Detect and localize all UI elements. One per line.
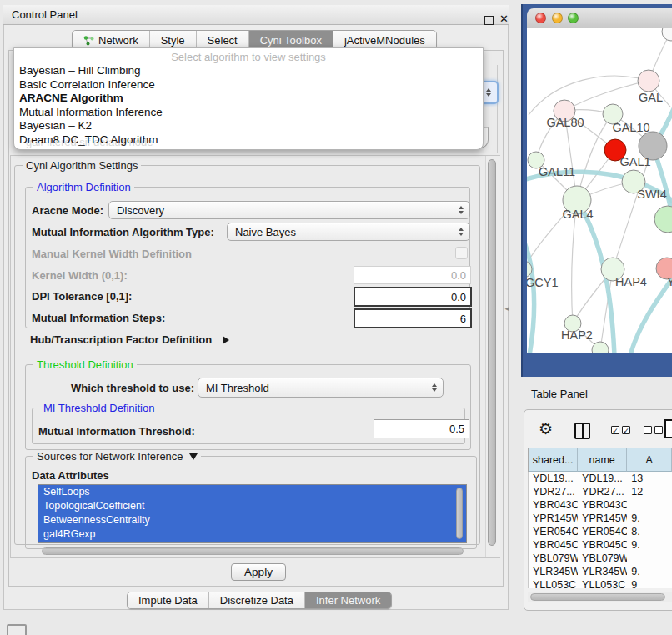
tab-select[interactable]: Select xyxy=(196,31,248,49)
network-node[interactable] xyxy=(592,342,609,352)
close-traffic-light-icon[interactable] xyxy=(535,12,546,23)
table-row[interactable]: YBR045CYBR045C9. xyxy=(529,538,672,552)
group-border-fragment xyxy=(497,65,498,153)
table-cell: 9. xyxy=(627,512,672,525)
tab-network[interactable]: Network xyxy=(73,31,149,49)
mi-threshold-value: 0.5 xyxy=(449,422,464,435)
network-edge-highlighted[interactable] xyxy=(527,233,534,352)
tab-label: jActiveMNodules xyxy=(344,34,425,47)
columns-icon[interactable] xyxy=(574,422,590,439)
data-attribute-item[interactable]: TopologicalCoefficient xyxy=(38,499,466,513)
network-canvas[interactable]: GALGAL80GAL10GAL1GAL11SWI4GAL4GCY1HAP4YH… xyxy=(527,28,672,352)
network-node[interactable] xyxy=(662,28,672,41)
sources-group-title-row[interactable]: Sources for Network Inference xyxy=(33,450,201,462)
table-cell: 8. xyxy=(627,525,672,538)
float-window-icon[interactable] xyxy=(484,16,494,25)
table-row[interactable]: YBL079WYBL079W xyxy=(529,552,672,565)
splitter-handle-icon[interactable]: ◄ xyxy=(504,305,509,312)
tab-jactivemnodules[interactable]: jActiveMNodules xyxy=(333,31,436,49)
control-panel-title: Control Panel xyxy=(12,8,78,21)
table-row[interactable]: YLL053CYLL053C9 xyxy=(529,578,672,588)
tab-cyni-toolbox[interactable]: Cyni Toolbox xyxy=(248,31,333,49)
table-column-header[interactable]: A xyxy=(627,448,672,472)
network-window-titlebar[interactable] xyxy=(527,8,672,28)
deselect-all-columns-icon[interactable] xyxy=(644,426,663,434)
algorithm-item[interactable]: Mutual Information Inference xyxy=(19,106,478,120)
export-table-icon[interactable] xyxy=(664,419,672,438)
mi-threshold-field[interactable]: 0.5 xyxy=(374,419,469,438)
tab-style[interactable]: Style xyxy=(149,31,196,49)
network-node-label: HAP2 xyxy=(561,328,593,342)
bottom-tabs: Impute DataDiscretize DataInfer Network xyxy=(127,592,392,609)
aracne-mode-combo[interactable]: Discovery xyxy=(108,201,470,219)
table-cell: YBR043C xyxy=(529,498,578,512)
table-cell: YLL053C xyxy=(529,578,578,588)
minimize-traffic-light-icon[interactable] xyxy=(552,12,563,23)
table-column-header[interactable]: name xyxy=(578,448,627,472)
minimized-panel-icon[interactable] xyxy=(7,624,27,635)
control-panel-titlebar[interactable]: Control Panel ✕ xyxy=(3,5,509,25)
table-cell: YPR145W xyxy=(578,512,627,525)
table-row[interactable]: YLR345WYLR345W9. xyxy=(529,565,672,578)
bottom-tab-discretize-data[interactable]: Discretize Data xyxy=(208,592,304,608)
data-attribute-item[interactable]: BetweennessCentrality xyxy=(38,513,466,528)
algorithm-item[interactable]: Basic Correlation Inference xyxy=(19,78,478,92)
data-attribute-item[interactable]: SelfLoops xyxy=(38,485,466,499)
screen: Control Panel ✕ NetworkStyleSelectCyni T… xyxy=(0,0,672,635)
close-icon[interactable]: ✕ xyxy=(499,12,509,25)
table-row[interactable]: YDR27...YDR27...12 xyxy=(529,485,672,498)
gear-icon[interactable]: ⚙ xyxy=(539,419,553,438)
which-threshold-combo[interactable]: MI Threshold xyxy=(198,378,444,398)
bottom-tab-infer-network[interactable]: Infer Network xyxy=(304,592,391,608)
network-node[interactable] xyxy=(654,206,672,232)
table-horizontal-scrollbar-thumb[interactable] xyxy=(530,593,665,601)
table-cell: YBR045C xyxy=(529,538,578,552)
mi-algorithm-type-value: Naive Bayes xyxy=(235,226,296,238)
table-cell: YER054C xyxy=(578,525,627,538)
table-row[interactable]: YER054CYER054C8. xyxy=(529,525,672,538)
hub-definition-expander[interactable]: Hub/Transcription Factor Definition xyxy=(30,332,229,347)
table-rows: YDL19...YDL19...13YDR27...YDR27...12YBR0… xyxy=(528,472,672,588)
table-row[interactable]: YPR145WYPR145W9. xyxy=(529,512,672,525)
dpi-tolerance-field[interactable]: 0.0 xyxy=(354,287,472,307)
algorithm-item[interactable]: Bayesian – Hill Climbing xyxy=(19,64,478,78)
data-attributes-list[interactable]: SelfLoopsTopologicalCoefficientBetweenne… xyxy=(38,484,467,543)
network-node-label: GAL1 xyxy=(619,155,650,168)
table-column-header[interactable]: shared... xyxy=(529,448,578,472)
network-edge[interactable] xyxy=(529,76,649,115)
table-cell: YER054C xyxy=(529,525,578,538)
algorithm-dropdown[interactable]: Select algorithm to view settings galFil… xyxy=(13,48,484,150)
algorithm-item[interactable]: ARACNE Algorithm xyxy=(19,92,478,106)
select-all-columns-icon[interactable]: ✓✓ xyxy=(611,426,630,434)
table-cell: YLL053C xyxy=(578,578,627,588)
kernel-width-field[interactable]: 0.0 xyxy=(354,266,471,284)
table-cell: YBR045C xyxy=(578,538,627,552)
table-cell: YPR145W xyxy=(529,512,578,525)
data-attribute-item[interactable]: gal4RGexp xyxy=(38,528,466,542)
network-node[interactable] xyxy=(638,70,659,92)
manual-kernel-width-checkbox[interactable] xyxy=(455,247,468,259)
kernel-width-value: 0.0 xyxy=(451,269,466,282)
apply-button[interactable]: Apply xyxy=(231,563,286,581)
manual-kernel-width-label: Manual Kernel Width Definition xyxy=(32,248,192,260)
settings-vertical-scrollbar-thumb[interactable] xyxy=(488,159,496,546)
zoom-traffic-light-icon[interactable] xyxy=(568,12,579,23)
network-node-label: Y xyxy=(667,275,672,288)
algorithm-item[interactable]: Dream8 DC_TDC Algorithm xyxy=(19,133,478,148)
table-row[interactable]: YDL19...YDL19...13 xyxy=(529,472,672,485)
bottom-tab-impute-data[interactable]: Impute Data xyxy=(128,592,208,608)
mi-algorithm-type-combo[interactable]: Naive Bayes xyxy=(227,222,470,241)
mi-steps-field[interactable]: 6 xyxy=(354,308,472,328)
network-node-label: GAL xyxy=(639,91,663,104)
stepper-icon xyxy=(486,88,491,97)
network-node-label: GAL10 xyxy=(612,121,649,134)
algorithm-item[interactable]: Bayesian – K2 xyxy=(19,119,478,133)
attributes-scrollbar-thumb[interactable] xyxy=(456,488,463,539)
table-cell: 9. xyxy=(627,538,672,552)
which-threshold-value: MI Threshold xyxy=(206,382,269,394)
network-node-label: GCY1 xyxy=(527,276,559,289)
expander-down-icon xyxy=(189,453,198,460)
tab-label: Cyni Toolbox xyxy=(260,34,322,47)
expander-right-icon xyxy=(223,336,229,344)
table-row[interactable]: YBR043CYBR043C xyxy=(529,498,672,512)
